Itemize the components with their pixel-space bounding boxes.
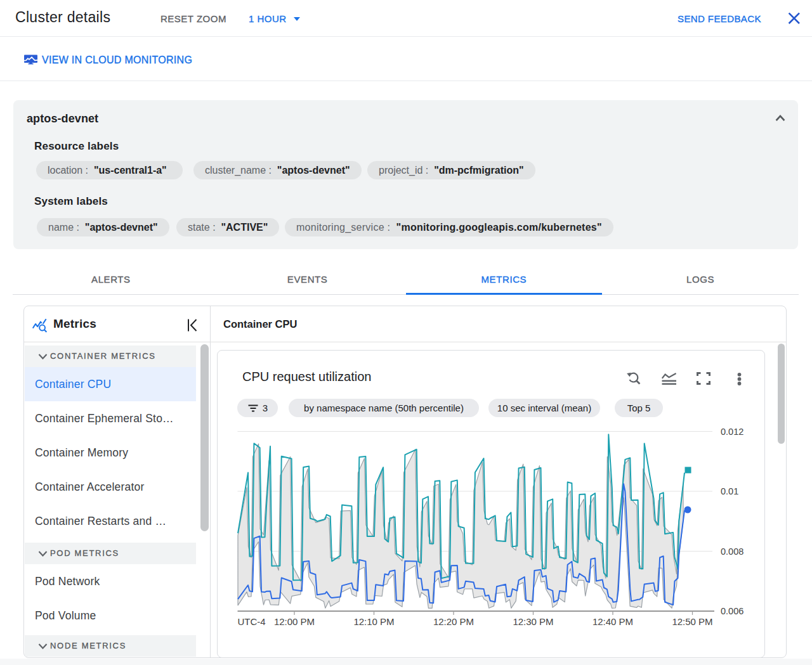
svg-text:0.01: 0.01 bbox=[721, 486, 738, 496]
svg-text:12:40 PM: 12:40 PM bbox=[593, 616, 633, 627]
svg-text:0.006: 0.006 bbox=[721, 606, 743, 616]
svg-text:12:00 PM: 12:00 PM bbox=[274, 616, 315, 627]
svg-text:0.012: 0.012 bbox=[721, 427, 743, 437]
svg-text:12:10 PM: 12:10 PM bbox=[353, 616, 394, 627]
svg-text:0.008: 0.008 bbox=[721, 546, 743, 557]
svg-text:12:20 PM: 12:20 PM bbox=[433, 616, 474, 627]
svg-text:12:30 PM: 12:30 PM bbox=[513, 616, 553, 627]
svg-text:UTC-4: UTC-4 bbox=[238, 616, 266, 627]
svg-text:12:50 PM: 12:50 PM bbox=[672, 616, 712, 627]
